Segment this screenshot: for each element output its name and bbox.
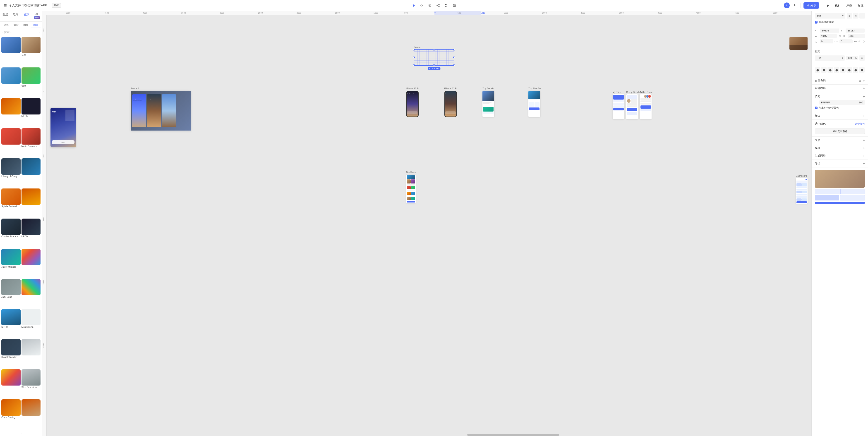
- asset-item[interactable]: Sias Schneider: [1, 339, 21, 368]
- avatar-icon[interactable]: A: [784, 2, 790, 8]
- asset-item[interactable]: Javier Miranda: [1, 249, 21, 278]
- asset-item[interactable]: Library of Cong...: [1, 158, 21, 188]
- export-section[interactable]: 导出 +: [812, 160, 868, 167]
- grid-icon[interactable]: [443, 2, 450, 9]
- handle-ml[interactable]: [413, 57, 415, 58]
- export-checkbox[interactable]: ✓: [815, 21, 817, 24]
- group-details-frame[interactable]: [626, 94, 638, 119]
- align-center-v[interactable]: ⬤: [840, 67, 845, 73]
- distribute-v[interactable]: ⬤: [859, 67, 865, 73]
- auto-layout-add[interactable]: +: [863, 79, 865, 82]
- fill-add[interactable]: +: [863, 95, 865, 98]
- asset-item[interactable]: Charles Etoroma: [1, 219, 21, 248]
- handle-br[interactable]: [453, 65, 455, 66]
- fill-color-swatch[interactable]: [815, 101, 818, 104]
- app-miniprogram-frame[interactable]: APP/小程序/模版6 1 简约旅行 出行APP 开始旅行: [51, 108, 76, 147]
- eye-toggle[interactable]: [859, 55, 865, 61]
- asset-item[interactable]: 头像: [22, 37, 41, 67]
- layers-tab[interactable]: 图层: [0, 11, 10, 21]
- handle-bm[interactable]: [433, 65, 435, 66]
- frame-1[interactable]: Frame 1 Your dream vacation Your dream: [131, 91, 191, 131]
- align-left[interactable]: ⬤: [815, 67, 820, 73]
- frame-selected[interactable]: Frame 1015 × 413: [414, 49, 454, 66]
- asset-item[interactable]: [22, 189, 41, 217]
- handle-tr[interactable]: [453, 48, 455, 51]
- ai-gen-add[interactable]: +: [863, 154, 865, 158]
- asset-item[interactable]: [1, 67, 21, 97]
- save-icon[interactable]: [451, 2, 458, 9]
- panel-dropdown[interactable]: 面板 ▾: [815, 13, 845, 19]
- scrollbar-thumb[interactable]: [467, 434, 559, 436]
- auto-layout-section[interactable]: 自动布局 +: [812, 77, 868, 85]
- share-icon-center[interactable]: [435, 2, 441, 9]
- tab-norm[interactable]: 规范: [1, 23, 11, 28]
- h-value[interactable]: 413: [848, 34, 865, 38]
- ai-tab[interactable]: AI New: [31, 11, 42, 21]
- tab-gallery[interactable]: 图库: [31, 23, 40, 28]
- align-bottom[interactable]: ⬤: [846, 67, 852, 73]
- export-add[interactable]: +: [863, 162, 865, 165]
- search-input[interactable]: [4, 31, 38, 34]
- canvas-area[interactable]: -5000 -4500 -4000 -3500 -3000 -2500 -200…: [42, 11, 811, 436]
- trip-details-frame[interactable]: [483, 91, 494, 117]
- dashboard-left-frame[interactable]: [406, 175, 416, 203]
- asset-item[interactable]: Sylwia Bartyzel: [1, 189, 21, 217]
- stroke-section[interactable]: 描边 +: [812, 112, 868, 120]
- inspect-tab[interactable]: 标注: [856, 2, 865, 8]
- handle-bl[interactable]: [413, 65, 415, 66]
- sun-icon[interactable]: [418, 2, 425, 9]
- blur-section[interactable]: 模糊 +: [812, 144, 868, 152]
- panel-icon-3[interactable]: ⋯: [859, 13, 865, 19]
- asset-item[interactable]: [1, 369, 21, 398]
- show-outside-checkbox[interactable]: ✓: [815, 107, 817, 109]
- iphone-1[interactable]: Your dream vacation: [406, 91, 418, 117]
- assets-tab[interactable]: 资源: [21, 11, 31, 21]
- asset-item[interactable]: NEOM: [22, 98, 41, 127]
- asset-item[interactable]: [22, 279, 41, 308]
- asset-item[interactable]: [22, 399, 41, 429]
- canvas-viewport[interactable]: Frame 1015 × 413 Frame 1: [46, 16, 811, 434]
- blur-add[interactable]: +: [863, 146, 865, 150]
- zoom-control[interactable]: 20%: [52, 3, 61, 8]
- trip-plan-frame[interactable]: [528, 91, 540, 117]
- asset-item[interactable]: Silas Schneider: [22, 369, 41, 398]
- frame-opacity[interactable]: 100 %: [846, 56, 858, 60]
- distribute-h[interactable]: ⬤: [853, 67, 858, 73]
- stroke-add[interactable]: +: [863, 114, 865, 118]
- check-tool[interactable]: [427, 2, 433, 9]
- upload-icon[interactable]: [39, 31, 40, 33]
- asset-item[interactable]: [1, 128, 21, 158]
- frame-mode-dropdown[interactable]: 正常 ▾: [815, 56, 845, 61]
- preview-image[interactable]: [789, 37, 808, 50]
- thumb-4[interactable]: [840, 195, 865, 200]
- show-color-btn[interactable]: 显示选中颜色: [815, 129, 865, 134]
- tab-icon[interactable]: 图标: [21, 23, 31, 28]
- shadow-add[interactable]: +: [863, 139, 865, 142]
- breadcrumb-root[interactable]: 个人文件 / 简约旅行出行APP: [9, 3, 47, 7]
- thumb-2[interactable]: [840, 189, 865, 194]
- asset-item[interactable]: NEOM: [22, 219, 41, 248]
- components-tab[interactable]: 组件: [10, 11, 21, 21]
- grid-layout-add[interactable]: +: [863, 87, 865, 90]
- cursor-tool[interactable]: [410, 2, 417, 9]
- handle-mr[interactable]: [453, 57, 455, 58]
- selected-color-link[interactable]: 选中颜色: [855, 122, 865, 126]
- asset-item[interactable]: Claus Gíering: [1, 399, 21, 429]
- align-right[interactable]: ⬤: [828, 67, 833, 73]
- w-value[interactable]: 1015: [820, 34, 837, 38]
- tab-material[interactable]: 素材: [11, 23, 21, 28]
- thumb-1[interactable]: [815, 189, 839, 194]
- r-value[interactable]: 0: [820, 39, 833, 43]
- ai-gen-section[interactable]: 生成同类 +: [812, 152, 868, 160]
- align-top[interactable]: ⬤: [834, 67, 839, 73]
- load-more[interactable]: ···: [0, 430, 42, 436]
- y-value[interactable]: -16113: [845, 29, 865, 33]
- scrollbar-horizontal[interactable]: [46, 434, 811, 436]
- iphone-2[interactable]: dream vacation: [444, 91, 457, 117]
- menu-icon[interactable]: [3, 3, 8, 8]
- asset-item[interactable]: [1, 98, 21, 127]
- handle-tm[interactable]: [433, 48, 435, 51]
- eye-icon[interactable]: [859, 40, 861, 43]
- asset-item[interactable]: [22, 249, 41, 278]
- asset-item[interactable]: [1, 37, 21, 67]
